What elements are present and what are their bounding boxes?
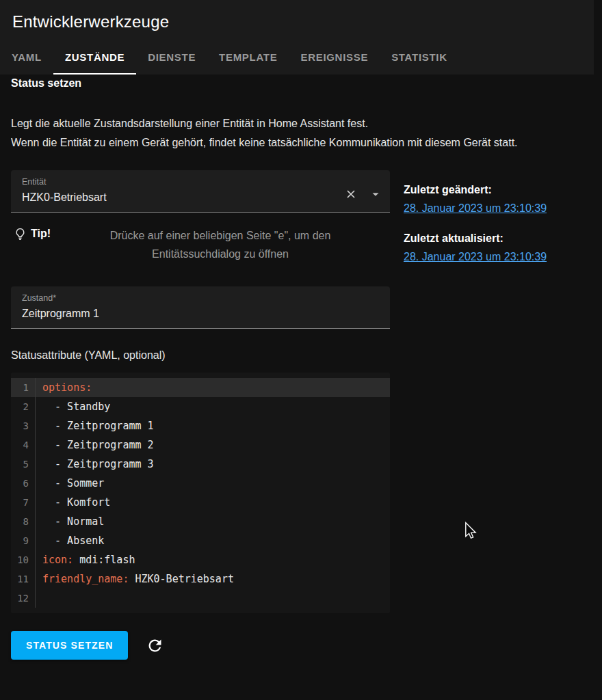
code-line-12: 12 (11, 589, 390, 608)
line-content: - Komfort (36, 493, 110, 512)
set-state-button[interactable]: STATUS SETZEN (11, 631, 128, 660)
form-columns: Entität HZK0-Betriebsart (11, 170, 591, 660)
line-content: friendly_name: HZK0-Betriebsart (36, 569, 234, 589)
description-line-2: Wenn die Entität zu einem Gerät gehört, … (11, 133, 602, 152)
description-line-1: Legt die aktuelle Zustandsdarstellung ei… (11, 114, 591, 133)
info-column: Zuletzt geändert: 28. Januar 2023 um 23:… (404, 170, 547, 281)
yaml-editor-lines: 1options:2 - Standby3 - Zeitprogramm 14 … (11, 378, 390, 608)
section-title: Status setzen (11, 77, 591, 90)
line-number: 4 (11, 435, 36, 455)
line-number: 5 (11, 455, 36, 474)
clear-icon[interactable] (343, 187, 358, 202)
code-line-9: 9 - Absenk (11, 531, 390, 550)
line-number: 11 (11, 569, 36, 589)
refresh-icon[interactable] (146, 636, 164, 655)
page-title: Entwicklerwerkzeuge (0, 7, 602, 41)
state-field-value: Zeitprogramm 1 (22, 308, 379, 320)
entity-field-icons (343, 187, 383, 202)
last-changed-link[interactable]: 28. Januar 2023 um 23:10:39 (404, 202, 547, 215)
line-content: - Zeitprogramm 1 (36, 416, 154, 435)
line-content: - Zeitprogramm 3 (36, 455, 154, 474)
last-changed-label: Zuletzt geändert: (404, 184, 547, 196)
code-line-10: 10icon: mdi:flash (11, 550, 390, 569)
tip-title: Tip! (31, 228, 51, 240)
code-line-2: 2 - Standby (11, 397, 390, 416)
lightbulb-icon (12, 226, 27, 241)
entity-field[interactable]: Entität HZK0-Betriebsart (11, 170, 390, 213)
code-line-5: 5 - Zeitprogramm 3 (11, 455, 390, 474)
tip-row: Tip! Drücke auf einer beliebigen Seite "… (11, 226, 390, 263)
line-number: 1 (11, 378, 36, 397)
tip-head: Tip! (11, 226, 51, 241)
line-content: - Zeitprogramm 2 (36, 435, 154, 455)
entity-field-value: HZK0-Betriebsart (22, 191, 379, 204)
line-number: 3 (11, 416, 36, 435)
attributes-label: Statusattribute (YAML, optional) (11, 349, 390, 362)
tip-text: Drücke auf einer beliebigen Seite "e", u… (83, 226, 357, 263)
line-number: 2 (11, 397, 36, 416)
line-number: 9 (11, 531, 36, 550)
chevron-down-icon[interactable] (368, 187, 383, 202)
line-content: - Standby (36, 397, 110, 416)
line-number: 10 (11, 550, 36, 569)
tab-statistik[interactable]: STATISTIK (380, 41, 459, 75)
developer-tools-page: { "colors": { "accent": "#03a9f4", "link… (0, 0, 602, 700)
code-line-11: 11friendly_name: HZK0-Betriebsart (11, 569, 390, 589)
main-content: Status setzen Legt die aktuelle Zustands… (0, 75, 602, 660)
line-content: options: (36, 378, 92, 397)
tab-ereignisse[interactable]: EREIGNISSE (289, 41, 380, 75)
tab-zustände[interactable]: ZUSTÄNDE (53, 41, 136, 75)
state-field[interactable]: Zustand* Zeitprogramm 1 (11, 286, 390, 329)
scrollbar-gutter (594, 0, 602, 87)
tab-dienste[interactable]: DIENSTE (136, 41, 207, 75)
line-content: - Absenk (36, 531, 104, 550)
line-number: 8 (11, 512, 36, 531)
code-line-6: 6 - Sommer (11, 474, 390, 493)
last-updated-link[interactable]: 28. Januar 2023 um 23:10:39 (404, 251, 547, 263)
last-updated-label: Zuletzt aktualisiert: (404, 232, 547, 245)
tab-yaml[interactable]: YAML (0, 41, 53, 75)
app-header: Entwicklerwerkzeuge YAMLZUSTÄNDEDIENSTET… (0, 0, 602, 75)
code-line-4: 4 - Zeitprogramm 2 (11, 435, 390, 455)
code-line-8: 8 - Normal (11, 512, 390, 531)
code-line-1: 1options: (11, 378, 390, 397)
code-line-3: 3 - Zeitprogramm 1 (11, 416, 390, 435)
form-column: Entität HZK0-Betriebsart (11, 170, 390, 660)
line-number: 12 (11, 589, 36, 608)
tab-template[interactable]: TEMPLATE (207, 41, 289, 75)
state-field-label: Zustand* (22, 293, 379, 303)
entity-field-label: Entität (22, 177, 379, 187)
actions-row: STATUS SETZEN (11, 631, 390, 660)
code-line-7: 7 - Komfort (11, 493, 390, 512)
line-content: - Sommer (36, 474, 104, 493)
yaml-editor[interactable]: 1options:2 - Standby3 - Zeitprogramm 14 … (11, 373, 390, 613)
line-number: 6 (11, 474, 36, 493)
line-number: 7 (11, 493, 36, 512)
line-content: - Normal (36, 512, 104, 531)
line-content: icon: mdi:flash (36, 550, 135, 569)
line-content (36, 589, 42, 608)
tab-bar: YAMLZUSTÄNDEDIENSTETEMPLATEEREIGNISSESTA… (0, 41, 602, 75)
